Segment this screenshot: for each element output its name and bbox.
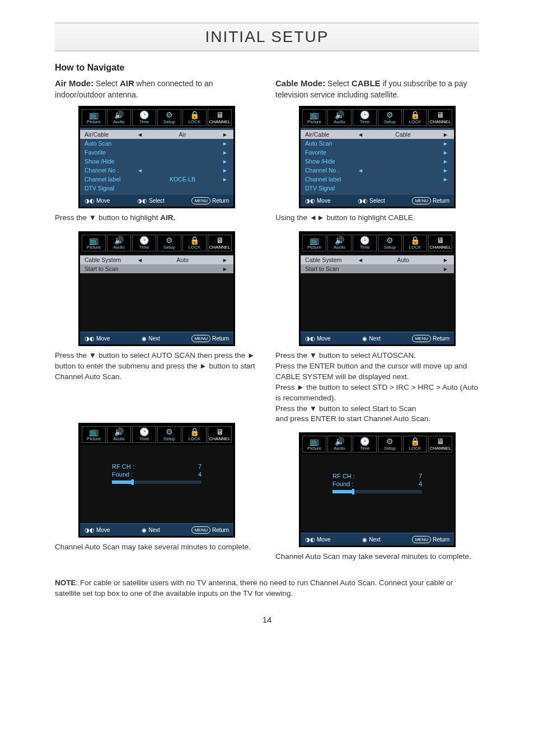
cable-caption-3: Channel Auto Scan may take several minut… [275,552,479,562]
osd-tab-bar: 📺Picture🔊Audio🕑Time⚙Setup🔒LOCK🖥CHANNEL [301,434,454,454]
osd-menu-row: Favorite► [85,148,229,157]
osd-tab-bar: 📺Picture🔊Audio🕑Time⚙Setup🔒LOCK🖥CHANNEL [80,424,233,445]
osd-menu-row: Air/Cable◄Air► [80,130,233,139]
progress-bar [332,490,422,493]
osd-menu-row: Air/Cable◄Cable► [301,130,454,139]
osd-menu-row: Cable System◄Auto► [301,255,454,264]
osd-tab-channel: 🖥CHANNEL [428,109,452,126]
osd-body: Air/Cable◄Cable►Auto Scan►Favorite►Show … [301,128,454,194]
osd-tab-picture: 📺Picture [82,235,106,251]
footer-next: ◉ Next [142,335,160,342]
osd-footer: ◑◐ Move ◉ Next MENU Return [80,523,233,536]
osd-footer: ◑◐ Move ◑◐ Select MENU Return [301,194,454,207]
air-column: Air Mode: Select AIR when connected to a… [55,77,259,570]
osd-footer: ◑◐ Move ◑◐ Select MENU Return [80,194,233,207]
osd-menu-row: Favorite► [305,148,449,157]
footer-next: ◉ Next [142,526,160,534]
osd-tab-channel: 🖥CHANNEL [428,235,452,251]
footer-return: MENU Return [191,526,229,534]
section-heading: How to Navigate [55,63,479,73]
air-intro: Air Mode: Select AIR when connected to a… [55,77,259,100]
osd-footer: ◑◐ Move ◉ Next MENU Return [301,533,454,545]
osd-tab-picture: 📺Picture [302,436,326,452]
footer-select: ◑◐ Select [137,197,165,204]
osd-tab-bar: 📺Picture🔊Audio🕑Time⚙Setup🔒LOCK🖥CHANNEL [80,108,233,128]
osd-tab-lock: 🔒LOCK [182,109,207,126]
osd-air-channel-menu: 📺Picture🔊Audio🕑Time⚙Setup🔒LOCK🖥CHANNEL A… [78,106,235,208]
osd-cable-autoscan-menu: 📺Picture🔊Audio🕑Time⚙Setup🔒LOCK🖥CHANNEL C… [299,231,456,346]
page-number: 14 [55,615,479,624]
cable-caption-2: Press the ▼ button to select AUTOSCAN. P… [275,351,479,424]
osd-menu-row: Show /Hide► [85,157,229,166]
osd-cable-channel-menu: 📺Picture🔊Audio🕑Time⚙Setup🔒LOCK🖥CHANNEL A… [299,106,456,208]
osd-tab-audio: 🔊Audio [107,426,131,443]
osd-footer: ◑◐ Move ◉ Next MENU Return [80,332,233,344]
osd-tab-lock: 🔒LOCK [182,426,207,443]
osd-tab-channel: 🖥CHANNEL [208,426,232,443]
osd-tab-picture: 📺Picture [302,235,326,251]
osd-tab-audio: 🔊Audio [107,235,131,251]
footer-move: ◑◐ Move [305,197,330,204]
osd-body: Cable System◄Auto►Start to Scan► [80,253,233,332]
osd-tab-picture: 📺Picture [302,109,326,126]
osd-cable-scan-progress: 📺Picture🔊Audio🕑Time⚙Setup🔒LOCK🖥CHANNEL R… [299,432,456,547]
footer-next: ◉ Next [362,536,381,543]
osd-tab-time: 🕑Time [132,426,156,443]
osd-tab-setup: ⚙Setup [157,109,181,126]
osd-menu-row: Start to Scan► [301,264,454,273]
osd-tab-setup: ⚙Setup [378,109,402,126]
cable-intro: Cable Mode: Select CABLE if you subscrib… [275,77,479,100]
osd-tab-channel: 🖥CHANNEL [208,235,232,251]
osd-tab-time: 🕑Time [353,109,377,126]
osd-menu-row: Channel No .◄► [85,166,229,175]
note-paragraph: NOTE: For cable or satellite users with … [55,578,479,599]
footer-move: ◑◐ Move [305,335,330,342]
footer-select: ◑◐ Select [358,197,385,204]
osd-body: RF CH :7 Found :4 [80,445,233,523]
osd-menu-row: Channel label► [305,175,449,184]
osd-tab-channel: 🖥CHANNEL [208,109,232,126]
osd-tab-setup: ⚙Setup [157,235,181,251]
footer-return: MENU Return [412,197,449,204]
osd-tab-lock: 🔒LOCK [403,235,427,251]
air-caption-1: Press the ▼ button to highlight AIR. [55,213,259,223]
scan-info: RF CH :7 Found :4 [112,463,202,484]
osd-tab-setup: ⚙Setup [378,235,402,251]
footer-move: ◑◐ Move [85,526,110,534]
osd-footer: ◑◐ Move ◉ Next MENU Return [301,332,454,344]
osd-tab-audio: 🔊Audio [327,235,352,251]
osd-air-scan-progress: 📺Picture🔊Audio🕑Time⚙Setup🔒LOCK🖥CHANNEL R… [78,423,235,538]
footer-move: ◑◐ Move [85,197,110,204]
osd-menu-row: DTV Signal [305,184,449,193]
osd-menu-row: Auto Scan► [305,139,449,148]
osd-air-autoscan-menu: 📺Picture🔊Audio🕑Time⚙Setup🔒LOCK🖥CHANNEL C… [78,231,235,346]
osd-tab-time: 🕑Time [132,235,156,251]
cable-column: Cable Mode: Select CABLE if you subscrib… [275,77,479,570]
cable-caption-1: Using the ◄► button to highlight CABLE. [275,213,479,223]
osd-tab-lock: 🔒LOCK [403,436,427,452]
air-mode-label: Air Mode: [55,78,93,88]
two-column-layout: Air Mode: Select AIR when connected to a… [55,77,479,570]
osd-menu-row: Channel No .◄► [305,166,449,175]
footer-return: MENU Return [191,197,229,204]
scan-info: RF CH :7 Found :4 [332,472,422,493]
air-caption-3: Channel Auto Scan may take several minut… [55,542,259,553]
osd-tab-bar: 📺Picture🔊Audio🕑Time⚙Setup🔒LOCK🖥CHANNEL [80,233,233,253]
footer-return: MENU Return [412,536,449,543]
osd-menu-row: DTV Signal [85,184,229,193]
osd-tab-bar: 📺Picture🔊Audio🕑Time⚙Setup🔒LOCK🖥CHANNEL [301,233,454,253]
osd-body: Cable System◄Auto►Start to Scan► [301,253,454,332]
osd-tab-lock: 🔒LOCK [403,109,427,126]
footer-move: ◑◐ Move [305,536,330,543]
osd-menu-row: Auto Scan► [85,139,229,148]
page-title-bar: INITIAL SETUP [55,22,479,52]
osd-tab-bar: 📺Picture🔊Audio🕑Time⚙Setup🔒LOCK🖥CHANNEL [301,108,454,128]
cable-mode-label: Cable Mode: [275,78,325,88]
osd-tab-lock: 🔒LOCK [182,235,207,251]
osd-tab-picture: 📺Picture [82,109,106,126]
osd-tab-picture: 📺Picture [82,426,106,443]
note-label: NOTE [55,578,76,587]
osd-body: Air/Cable◄Air►Auto Scan►Favorite►Show /H… [80,128,233,194]
osd-tab-time: 🕑Time [353,436,377,452]
osd-tab-setup: ⚙Setup [378,436,402,452]
